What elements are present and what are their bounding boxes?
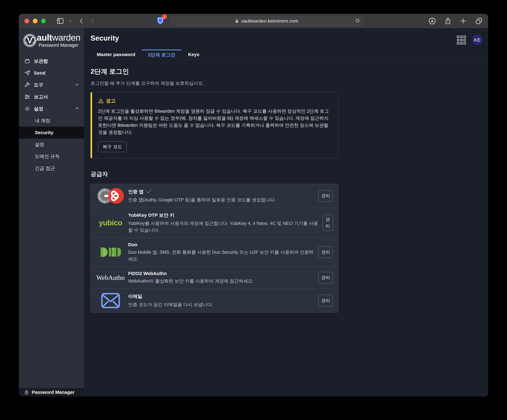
browser-window: 1 vaultwarden.keiminem.com <box>19 14 488 397</box>
authy-icon <box>108 188 124 204</box>
recovery-code-button[interactable]: 복구 코드 <box>98 142 127 152</box>
tab-two-step-login[interactable]: 2단계 로그인 <box>141 49 182 60</box>
reports-icon <box>24 94 30 100</box>
sidebar-item-send[interactable]: Send <box>19 67 84 79</box>
sidebar-item-emergency-access[interactable]: 긴급 접근 <box>19 162 84 174</box>
sidebar-footer-password-manager[interactable]: Password Manager <box>19 388 84 397</box>
browser-toolbar: 1 vaultwarden.keiminem.com <box>19 14 488 28</box>
content: 2단계 로그인 로그인할 때 추가 단계를 요구하여 계정을 보호하십시오. 경… <box>84 60 488 320</box>
footer-label: Password Manager <box>32 390 75 395</box>
downloads-icon[interactable] <box>429 17 436 25</box>
brand-name: aultwarden <box>37 33 80 42</box>
avatar[interactable]: KE <box>472 35 483 45</box>
sidebar-item-label: 긴급 접근 <box>35 165 55 172</box>
manage-button-duo[interactable]: 관리 <box>318 246 333 258</box>
duo-logo <box>96 247 125 257</box>
url-text: vaultwarden.keiminem.com <box>241 18 298 24</box>
tab-overview-icon[interactable] <box>475 18 483 24</box>
sidebar-item-preferences[interactable]: 설정 <box>19 138 84 151</box>
section-title: 2단계 로그인 <box>91 67 482 76</box>
provider-row-duo: Duo Duo Mobile 앱, SMS, 전화 통화를 사용한 Duo Se… <box>91 238 338 267</box>
tabs: Master password 2단계 로그인 Keys <box>91 49 483 59</box>
page-title: Security <box>91 34 483 42</box>
provider-text: 이메일 인증 코드가 담긴 이메일을 다시 보냅니다. <box>125 293 318 308</box>
sidebar-item-label: 설정 <box>35 141 44 148</box>
minimize-window-button[interactable] <box>33 19 37 23</box>
sidebar-item-reports[interactable]: 보고서 <box>19 91 84 103</box>
toolbar-right-icons <box>429 17 483 25</box>
lock-icon <box>235 19 239 23</box>
warning-callout: 경고 2단계 로그인을 활성화하면 Bitwarden 계정을 영원히 잠글 수… <box>91 92 338 158</box>
providers-title: 공급자 <box>91 170 482 178</box>
sidebar-item-label: 보고서 <box>34 94 48 100</box>
yubico-logo: yubico <box>96 219 125 227</box>
provider-name: FIDO2 WebAuthn <box>128 271 314 276</box>
sidebar-item-label: 도구 <box>34 82 43 88</box>
provider-text: YubiKey OTP 보안 키 YubiKey를 사용하여 사용자의 계정에 … <box>125 212 323 234</box>
svg-text:V: V <box>27 36 33 45</box>
new-tab-icon[interactable] <box>460 18 466 24</box>
back-icon[interactable] <box>79 18 84 24</box>
forward-icon[interactable] <box>90 18 95 24</box>
reload-icon[interactable] <box>355 19 360 24</box>
provider-row-yubikey: yubico YubiKey OTP 보안 키 YubiKey를 사용하여 사용… <box>91 208 338 238</box>
provider-text: Duo Duo Mobile 앱, SMS, 전화 통화를 사용한 Duo Se… <box>125 242 318 262</box>
warning-triangle-icon <box>98 98 104 103</box>
main-area: Security KE Master password 2단계 로그인 Keys… <box>84 28 488 397</box>
extension-badge: 1 <box>162 14 167 19</box>
sidebar-item-label: 보관함 <box>34 58 48 64</box>
tab-keys[interactable]: Keys <box>182 49 206 60</box>
sidebar-item-vault[interactable]: 보관함 <box>19 55 84 67</box>
manage-button-yubikey[interactable]: 관리 <box>323 215 333 231</box>
provider-description: 인증 앱(Authy, Google OTP 등)을 통하여 일회용 인증 코드… <box>128 197 314 203</box>
page: V aultwarden Password Manager 보관함 Send <box>19 28 488 397</box>
provider-description: WebAuthn이 활성화된 보안 키를 사용하여 계정에 접근하세요. <box>128 278 314 285</box>
address-bar[interactable]: vaultwarden.keiminem.com <box>170 16 363 26</box>
provider-row-email: 이메일 인증 코드가 담긴 이메일을 다시 보냅니다. 관리 <box>91 289 338 312</box>
share-icon[interactable] <box>444 17 451 25</box>
webauthn-logo: WebAuthn <box>96 274 125 282</box>
sidebar-item-settings[interactable]: 설정 <box>19 103 84 115</box>
sidebar-item-tools[interactable]: 도구 <box>19 79 84 91</box>
lock-icon <box>24 390 29 395</box>
sidebar-toggle-icon[interactable] <box>57 18 64 24</box>
chevron-up-icon <box>75 106 79 112</box>
sidebar-item-security[interactable]: Security <box>19 127 84 138</box>
section-description: 로그인할 때 추가 단계를 요구하여 계정을 보호하십시오. <box>91 80 482 87</box>
sidebar-item-label: Send <box>34 70 45 76</box>
bitwarden-extension-icon[interactable]: 1 <box>156 16 164 26</box>
tools-icon <box>24 82 30 88</box>
header-right: KE <box>457 35 483 45</box>
brand-subtitle: Password Manager <box>37 43 80 48</box>
manage-button-authenticator[interactable]: 관리 <box>318 190 333 202</box>
send-icon <box>24 70 30 76</box>
chevron-down-icon[interactable] <box>68 19 72 23</box>
vaultwarden-gear-icon: V <box>22 33 37 48</box>
provider-description: 인증 코드가 담긴 이메일을 다시 보냅니다. <box>128 301 314 308</box>
provider-description: Duo Mobile 앱, SMS, 전화 통화를 사용한 Duo Securi… <box>128 249 314 262</box>
close-window-button[interactable] <box>24 19 29 23</box>
provider-name: YubiKey OTP 보안 키 <box>128 212 318 219</box>
settings-gear-icon <box>24 106 30 112</box>
sidebar-item-label: 도메인 규칙 <box>35 153 60 160</box>
zoom-window-button[interactable] <box>41 19 46 23</box>
provider-name: 인증 앱 <box>128 189 314 195</box>
enabled-check-icon <box>146 189 152 195</box>
manage-button-email[interactable]: 관리 <box>318 295 333 306</box>
sidebar-item-my-account[interactable]: 내 계정 <box>19 115 84 127</box>
sidebar: V aultwarden Password Manager 보관함 Send <box>19 28 84 397</box>
authenticator-apps-icon <box>96 188 125 204</box>
sidebar-item-label: 설정 <box>34 106 43 112</box>
tab-master-password[interactable]: Master password <box>91 49 141 60</box>
provider-row-webauthn: WebAuthn FIDO2 WebAuthn WebAuthn이 활성화된 보… <box>91 267 338 289</box>
email-icon <box>96 293 125 308</box>
provider-text: FIDO2 WebAuthn WebAuthn이 활성화된 보안 키를 사용하여… <box>125 271 318 285</box>
sidebar-item-domain-rules[interactable]: 도메인 규칙 <box>19 151 84 162</box>
vault-icon <box>24 58 30 64</box>
manage-button-webauthn[interactable]: 관리 <box>318 272 333 283</box>
sidebar-item-label: 내 계정 <box>35 117 50 124</box>
provider-description: YubiKey를 사용하여 사용자의 계정에 접근합니다. YubiKey 4,… <box>128 220 318 234</box>
traffic-lights <box>24 19 46 23</box>
vaultwarden-logo: V aultwarden Password Manager <box>19 28 84 48</box>
apps-grid-icon[interactable] <box>457 35 466 44</box>
